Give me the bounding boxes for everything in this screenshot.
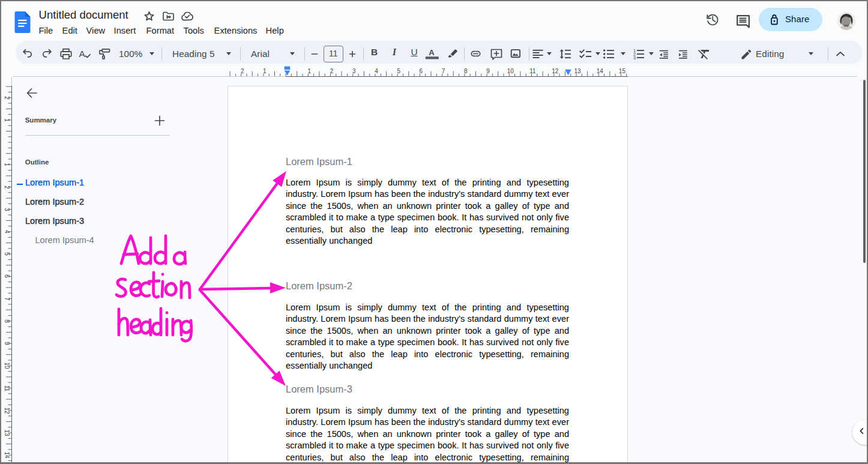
svg-text:A: A — [79, 48, 86, 58]
svg-text:A: A — [429, 47, 435, 56]
svg-text:3: 3 — [633, 55, 636, 60]
